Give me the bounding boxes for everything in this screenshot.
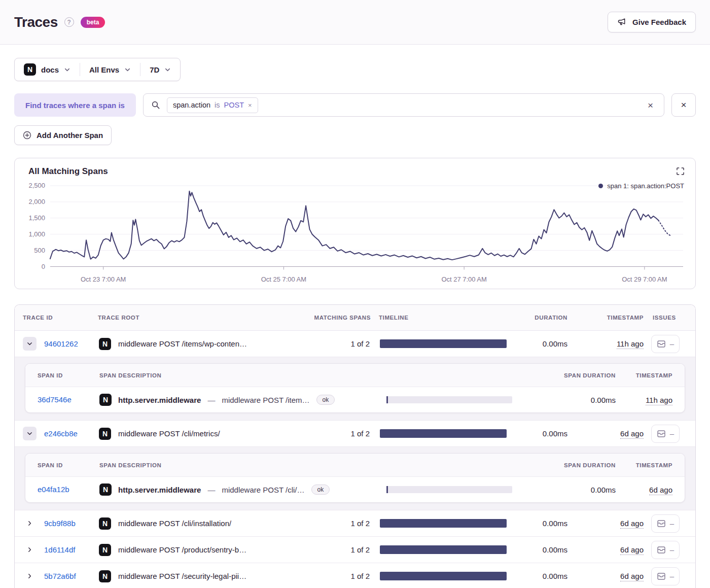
trace-row[interactable]: 9cb9f88b Nmiddleware POST /cli/installat… (15, 510, 695, 537)
matching-spans-value: 1 of 2 (303, 519, 379, 528)
span-row[interactable]: e04fa12b Nhttp.server.middleware—middlew… (25, 477, 685, 502)
span-id-link[interactable]: e04fa12b (38, 485, 69, 494)
trace-root-label: middleware POST /cli/metrics/ (118, 429, 220, 438)
col-span-duration: SPAN DURATION (519, 372, 616, 378)
trace-id-link[interactable]: 1d6114df (44, 545, 75, 554)
trace-row[interactable]: 5b72a6bf Nmiddleware POST /security-lega… (15, 563, 695, 588)
timeline-bar[interactable] (380, 429, 507, 438)
issues-button[interactable]: – (651, 541, 680, 559)
span-table-header: SPAN ID SPAN DESCRIPTION SPAN DURATION T… (25, 364, 685, 387)
trace-expand-button[interactable] (23, 569, 37, 583)
span-row[interactable]: 36d7546e Nhttp.server.middleware—middlew… (25, 387, 685, 412)
megaphone-icon (617, 17, 627, 27)
timeline-bar[interactable] (380, 545, 507, 554)
col-span-id: SPAN ID (38, 372, 99, 378)
chevron-right-icon (26, 520, 33, 527)
token-value[interactable]: POST (224, 101, 244, 109)
trace-row[interactable]: 1d6114df Nmiddleware POST /product/sentr… (15, 537, 695, 563)
issues-empty-dash: – (670, 519, 674, 528)
trace-id-link[interactable]: e246cb8e (44, 429, 78, 438)
span-search-bar[interactable]: span.action is POST × × (143, 93, 664, 117)
nextjs-platform-icon: N (99, 338, 111, 350)
span-timestamp-value[interactable]: 11h ago (646, 396, 672, 405)
duration-value: 0.00ms (517, 429, 567, 438)
nextjs-platform-icon: N (99, 570, 111, 582)
trace-expand-button[interactable] (23, 427, 37, 440)
span-id-link[interactable]: 36d7546e (38, 395, 72, 404)
col-span-description: SPAN DESCRIPTION (99, 462, 386, 468)
circle-plus-icon (23, 131, 31, 140)
timestamp-value[interactable]: 6d ago (620, 572, 644, 581)
date-range-filter[interactable]: 7D (140, 58, 180, 81)
all-matching-spans-panel: All Matching Spans span 1: span.action:P… (14, 158, 696, 289)
issues-icon (657, 519, 666, 528)
svg-text:Oct 23 7:00 AM: Oct 23 7:00 AM (81, 275, 126, 283)
chevron-down-icon (26, 340, 33, 348)
nextjs-platform-icon: N (99, 394, 112, 406)
chevron-down-icon (124, 66, 131, 73)
token-operator[interactable]: is (215, 101, 220, 109)
timestamp-value[interactable]: 6d ago (620, 519, 644, 529)
svg-text:1,500: 1,500 (28, 214, 45, 222)
span-search-input[interactable] (265, 100, 638, 110)
remove-span-condition-button[interactable]: × (671, 93, 696, 117)
dash-separator: — (207, 486, 215, 494)
svg-text:2,000: 2,000 (28, 198, 45, 205)
col-issues: ISSUES (644, 315, 687, 321)
matching-spans-value: 1 of 2 (303, 545, 379, 554)
trace-expand-button[interactable] (23, 337, 37, 351)
beta-badge: beta (81, 17, 105, 28)
trace-id-link[interactable]: 9cb9f88b (44, 519, 76, 528)
spans-line-chart[interactable]: 05001,0001,5002,0002,500Oct 23 7:00 AMOc… (24, 182, 686, 285)
col-span-description: SPAN DESCRIPTION (99, 372, 386, 378)
nextjs-platform-icon: N (24, 63, 36, 76)
trace-id-link[interactable]: 94601262 (44, 339, 78, 348)
duration-value: 0.00ms (517, 339, 567, 348)
issues-button[interactable]: – (651, 567, 680, 585)
col-timeline: TIMELINE (379, 315, 517, 321)
traces-table: TRACE ID TRACE ROOT MATCHING SPANS TIMEL… (14, 304, 696, 588)
issues-icon (657, 339, 666, 349)
trace-row[interactable]: e246cb8e Nmiddleware POST /cli/metrics/ … (15, 421, 695, 447)
span-timestamp-value[interactable]: 6d ago (649, 486, 672, 495)
issues-button[interactable]: – (651, 335, 680, 353)
trace-root-label: middleware POST /cli/installation/ (118, 519, 231, 528)
trace-expand-button[interactable] (23, 543, 37, 557)
timestamp-value[interactable]: 6d ago (620, 429, 644, 439)
help-icon[interactable]: ? (64, 17, 74, 27)
trace-row[interactable]: 94601262 Nmiddleware POST /items/wp-cont… (15, 331, 695, 357)
svg-text:1,000: 1,000 (28, 230, 45, 238)
timeline-bar[interactable] (380, 519, 507, 528)
col-span-timestamp: TIMESTAMP (616, 372, 672, 378)
issues-icon (657, 429, 666, 438)
token-remove-icon[interactable]: × (248, 101, 252, 109)
environment-filter[interactable]: All Envs (80, 58, 140, 81)
add-another-span-button[interactable]: Add Another Span (14, 125, 112, 145)
traces-table-body: 94601262 Nmiddleware POST /items/wp-cont… (15, 331, 695, 588)
issues-button[interactable]: – (651, 425, 680, 443)
add-another-span-label: Add Another Span (37, 131, 103, 140)
issues-button[interactable]: – (651, 514, 680, 533)
expand-chart-button[interactable] (676, 166, 685, 178)
trace-id-link[interactable]: 5b72a6bf (44, 572, 76, 580)
timestamp-value[interactable]: 6d ago (620, 545, 644, 555)
trace-expand-button[interactable] (23, 516, 37, 530)
svg-text:500: 500 (34, 247, 45, 254)
search-filter-token[interactable]: span.action is POST × (167, 97, 258, 113)
page-filter-bar: N docs All Envs 7D (14, 58, 181, 81)
project-filter[interactable]: N docs (15, 58, 80, 81)
traces-table-header: TRACE ID TRACE ROOT MATCHING SPANS TIMEL… (15, 305, 695, 331)
clear-search-button[interactable]: × (645, 99, 656, 111)
timeline-bar[interactable] (380, 572, 507, 580)
span-timeline-bar[interactable] (386, 396, 512, 403)
duration-value: 0.00ms (517, 545, 567, 554)
give-feedback-button[interactable]: Give Feedback (608, 12, 696, 32)
span-duration-value: 0.00ms (519, 486, 616, 494)
timestamp-value[interactable]: 11h ago (617, 339, 644, 349)
span-timeline-bar[interactable] (386, 486, 512, 493)
token-key: span.action (173, 101, 210, 109)
span-op-label: http.server.middleware (118, 486, 201, 494)
chart-title: All Matching Spans (24, 166, 686, 177)
span-card: SPAN ID SPAN DESCRIPTION SPAN DURATION T… (25, 363, 685, 413)
timeline-bar[interactable] (380, 339, 507, 348)
